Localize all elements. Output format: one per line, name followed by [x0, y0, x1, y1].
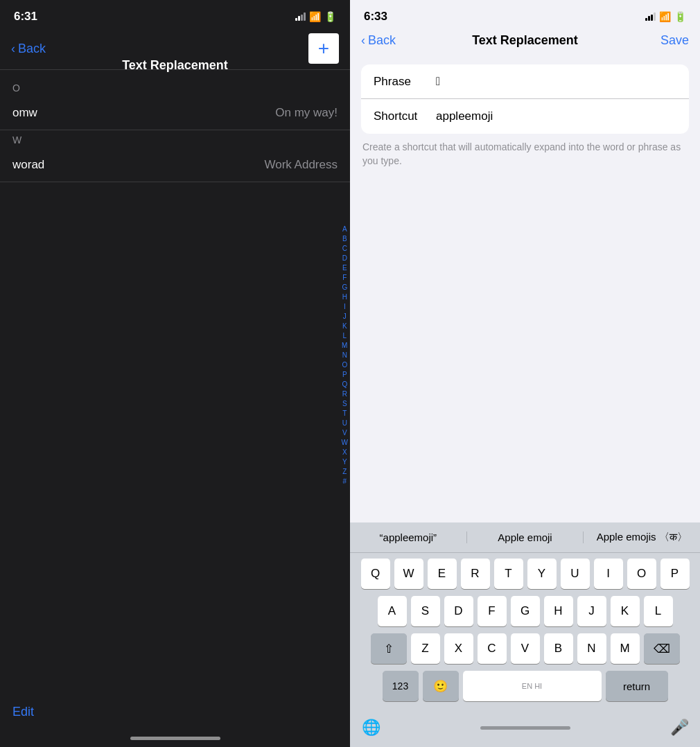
section-header-o: O [0, 78, 350, 96]
key-r[interactable]: R [461, 559, 490, 589]
key-b[interactable]: B [544, 633, 573, 664]
autocomplete-bar: “appleemoji” Apple emoji Apple emojis 〈क… [350, 522, 700, 553]
right-time: 6:33 [364, 10, 387, 24]
key-q[interactable]: Q [361, 559, 390, 589]
list-item-worad[interactable]: worad Work Address [0, 148, 350, 182]
left-list: O omw On my way! W worad Work Address [0, 78, 350, 182]
key-j[interactable]: J [577, 596, 606, 626]
left-nav-title: Text Replacement [122, 58, 228, 73]
right-nav-bar: ‹ Back Text Replacement Save [350, 28, 700, 53]
section-header-w: W [0, 130, 350, 148]
right-panel: 6:33 📶 🔋 ‹ Back Text Replacement Save Ph… [350, 0, 700, 747]
key-h[interactable]: H [544, 596, 573, 626]
key-e[interactable]: E [428, 559, 457, 589]
autocomplete-item-0[interactable]: “appleemoji” [350, 531, 467, 543]
right-home-indicator [480, 726, 570, 730]
left-home-indicator [130, 737, 220, 740]
left-back-label: Back [18, 42, 46, 56]
num-key[interactable]: 123 [383, 671, 419, 701]
space-key[interactable]: EN HI [463, 671, 602, 701]
right-signal-icon [645, 12, 656, 21]
delete-key[interactable]: ⌫ [644, 633, 680, 664]
emoji-key[interactable]: 🙂 [423, 671, 459, 701]
shift-key[interactable]: ⇧ [371, 633, 407, 664]
right-nav-title: Text Replacement [472, 33, 578, 48]
key-d[interactable]: D [444, 596, 473, 626]
left-panel: 6:31 📶 🔋 ‹ Back Text Replacement + O omw… [0, 0, 350, 747]
return-key[interactable]: return [606, 671, 668, 701]
key-y[interactable]: Y [527, 559, 557, 589]
right-back-label: Back [368, 33, 396, 48]
key-g[interactable]: G [511, 596, 540, 626]
shortcut-row[interactable]: Shortcut appleemoji [361, 99, 689, 134]
keyboard-rows: Q W E R T Y U I O P A S D F G H J K [350, 553, 700, 711]
right-status-icons: 📶 🔋 [645, 11, 686, 22]
left-wifi-icon: 📶 [309, 11, 321, 22]
keyboard-bottom-row: 🌐 🎤 [350, 711, 700, 747]
autocomplete-item-1[interactable]: Apple emoji [467, 531, 584, 543]
key-p[interactable]: P [660, 559, 690, 589]
phrase-row[interactable]: Phrase  [361, 64, 689, 99]
right-status-bar: 6:33 📶 🔋 [350, 0, 700, 28]
phrase-omw: On my way! [275, 106, 338, 120]
key-row-1: Q W E R T Y U I O P [352, 559, 698, 589]
key-s[interactable]: S [411, 596, 440, 626]
key-z[interactable]: Z [411, 633, 440, 664]
autocomplete-item-2[interactable]: Apple emojis 〈क〉 [584, 531, 700, 544]
key-u[interactable]: U [561, 559, 590, 589]
key-k[interactable]: K [611, 596, 640, 626]
key-row-2: A S D F G H J K L [352, 596, 698, 626]
globe-icon[interactable]: 🌐 [356, 712, 386, 743]
key-l[interactable]: L [644, 596, 673, 626]
key-c[interactable]: C [478, 633, 507, 664]
left-signal-icon [295, 12, 306, 21]
phrase-value:  [436, 75, 676, 89]
key-i[interactable]: I [594, 559, 623, 589]
left-battery-icon: 🔋 [324, 11, 336, 22]
right-battery-icon: 🔋 [674, 11, 686, 22]
list-item-omw[interactable]: omw On my way! [0, 96, 350, 130]
key-row-3: ⇧ Z X C V B N M ⌫ [352, 633, 698, 664]
save-button[interactable]: Save [660, 33, 689, 48]
key-a[interactable]: A [378, 596, 407, 626]
form-card: Phrase  Shortcut appleemoji [361, 64, 689, 134]
key-n[interactable]: N [577, 633, 606, 664]
key-x[interactable]: X [444, 633, 473, 664]
key-row-4: 123 🙂 EN HI return [352, 671, 698, 701]
microphone-icon[interactable]: 🎤 [664, 712, 694, 743]
right-back-button[interactable]: ‹ Back [361, 33, 396, 48]
left-plus-icon: + [318, 37, 329, 60]
key-t[interactable]: T [494, 559, 523, 589]
key-m[interactable]: M [611, 633, 640, 664]
key-w[interactable]: W [394, 559, 423, 589]
shortcut-omw: omw [12, 106, 37, 120]
key-o[interactable]: O [627, 559, 656, 589]
right-wifi-icon: 📶 [659, 11, 671, 22]
left-time: 6:31 [14, 10, 37, 24]
phrase-label: Phrase [374, 75, 436, 89]
right-chevron-icon: ‹ [361, 33, 365, 48]
left-back-button[interactable]: ‹ Back [11, 42, 46, 56]
left-status-bar: 6:31 📶 🔋 [0, 0, 350, 28]
left-chevron-icon: ‹ [11, 42, 15, 56]
left-nav-bar: ‹ Back Text Replacement + [0, 28, 350, 70]
edit-button[interactable]: Edit [12, 705, 34, 719]
shortcut-label: Shortcut [374, 109, 436, 123]
keyboard-area: “appleemoji” Apple emoji Apple emojis 〈क… [350, 522, 700, 747]
shortcut-value: appleemoji [436, 109, 676, 123]
form-hint: Create a shortcut that will automaticall… [362, 141, 688, 168]
key-f[interactable]: F [478, 596, 507, 626]
key-v[interactable]: V [511, 633, 540, 664]
shortcut-worad: worad [12, 158, 44, 172]
phrase-worad: Work Address [264, 158, 338, 172]
left-status-icons: 📶 🔋 [295, 11, 336, 22]
left-add-button[interactable]: + [308, 33, 339, 64]
alpha-index[interactable]: ABCDEFGHIJKLMNOPQRSTUVWXYZ# [340, 222, 350, 489]
